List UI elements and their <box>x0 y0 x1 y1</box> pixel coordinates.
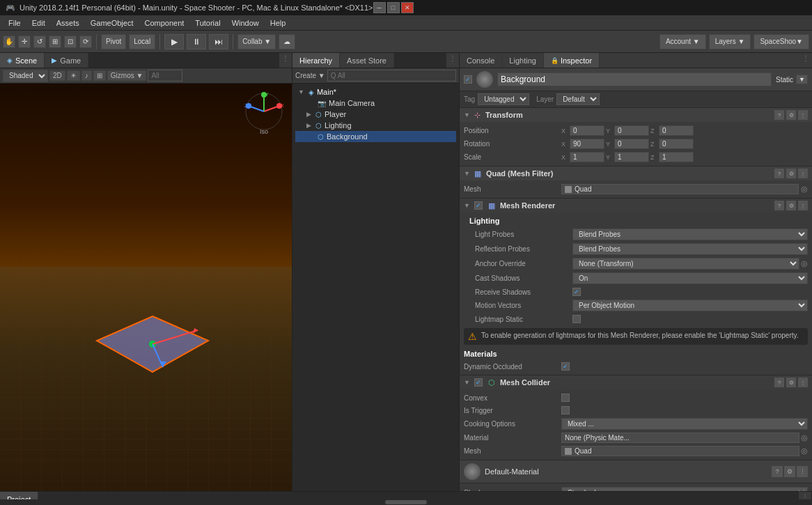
menu-edit[interactable]: Edit <box>26 17 51 29</box>
scale-x-input[interactable] <box>570 152 604 162</box>
2d-button[interactable]: 2D <box>49 70 65 81</box>
collab-button[interactable]: Collab ▼ <box>237 34 276 49</box>
object-enable-checkbox[interactable] <box>464 75 472 84</box>
meshrenderer-settings-icon[interactable]: ⚙ <box>786 201 796 210</box>
mesh-collider-header[interactable]: ▼ ✓ ⬡ Mesh Collider ? ⚙ ⋮ <box>460 375 812 389</box>
transform-menu-icon[interactable]: ⋮ <box>798 110 808 120</box>
scale-y-input[interactable] <box>614 152 649 162</box>
gizmos-button[interactable]: Gizmos ▼ <box>107 70 147 81</box>
menu-assets[interactable]: Assets <box>51 17 85 29</box>
anchor-override-dropdown[interactable]: None (Transform) <box>572 258 799 270</box>
layer-dropdown[interactable]: Default <box>556 93 600 105</box>
meshrenderer-ref-icon[interactable]: ? <box>774 201 784 210</box>
tab-game[interactable]: ▶ Game <box>45 53 88 68</box>
collider-material-btn[interactable]: ◎ <box>801 433 808 442</box>
account-button[interactable]: Account ▼ <box>659 34 706 49</box>
material-ref-btn[interactable]: ? <box>772 466 783 477</box>
menu-file[interactable]: File <box>3 17 26 29</box>
tag-dropdown[interactable]: Untagged <box>478 93 529 105</box>
transform-header[interactable]: ▼ ⊹ Transform ? ⚙ ⋮ <box>460 108 812 122</box>
pos-y-input[interactable] <box>614 125 649 136</box>
dynamic-occluded-checkbox[interactable] <box>561 362 570 371</box>
scene-search-input[interactable] <box>148 70 182 81</box>
cloud-button[interactable]: ☁ <box>279 34 295 49</box>
tab-hierarchy[interactable]: Hierarchy <box>292 53 340 68</box>
tab-asset-store[interactable]: Asset Store <box>340 53 394 68</box>
layout-button[interactable]: SpaceShoo▼ <box>754 34 809 49</box>
effects-button[interactable]: ⊞ <box>93 70 106 81</box>
mesh-circle-btn[interactable]: ◎ <box>801 185 808 194</box>
meshfilter-menu-icon[interactable]: ⋮ <box>798 169 808 178</box>
motion-vectors-dropdown[interactable]: Per Object Motion <box>572 300 808 311</box>
mesh-filter-header[interactable]: ▼ ▦ Quad (Mesh Filter) ? ⚙ ⋮ <box>460 166 812 180</box>
rotate-tool[interactable]: ↺ <box>33 36 46 48</box>
hierarchy-item-camera[interactable]: 📷 Main Camera <box>295 98 456 109</box>
play-button[interactable]: ▶ <box>164 34 184 49</box>
reflection-probes-dropdown[interactable]: Blend Probes <box>572 243 808 255</box>
hand-tool[interactable]: ✋ <box>3 36 15 48</box>
meshcollider-menu-icon[interactable]: ⋮ <box>798 378 808 387</box>
material-menu-btn[interactable]: ⋮ <box>797 466 808 477</box>
collider-mesh-btn[interactable]: ◎ <box>801 446 808 456</box>
anchor-circle-btn[interactable]: ◎ <box>801 259 808 268</box>
pause-button[interactable]: ⏸ <box>187 34 206 49</box>
meshfilter-ref-icon[interactable]: ? <box>774 169 784 178</box>
minimize-button[interactable]: ─ <box>373 2 386 13</box>
hierarchy-item-main[interactable]: ▼ ◈ Main* <box>295 86 456 98</box>
material-settings-btn[interactable]: ⚙ <box>784 466 795 477</box>
is-trigger-checkbox[interactable] <box>561 406 570 414</box>
menu-tutorial[interactable]: Tutorial <box>189 17 226 29</box>
shader-dropdown[interactable]: Standard <box>561 487 808 491</box>
static-dropdown[interactable]: ▼ <box>796 75 808 84</box>
hierarchy-item-player[interactable]: ▶ ⬡ Player <box>295 109 456 120</box>
tab-console[interactable]: Console <box>460 53 502 68</box>
menu-help[interactable]: Help <box>265 17 292 29</box>
cooking-options-dropdown[interactable]: Mixed ... <box>561 418 808 430</box>
lightmap-static-checkbox[interactable] <box>572 315 581 323</box>
create-dropdown[interactable]: Create ▼ <box>295 72 325 79</box>
tab-inspector[interactable]: 🔒 Inspector <box>544 53 600 68</box>
lighting-button[interactable]: ☀ <box>67 70 80 81</box>
audio-button[interactable]: ♪ <box>81 70 92 81</box>
rot-y-input[interactable] <box>614 139 649 149</box>
mesh-renderer-header[interactable]: ▼ ✓ ▦ Mesh Renderer ? ⚙ ⋮ <box>460 199 812 212</box>
hierarchy-item-background[interactable]: ⬡ Background <box>295 131 456 142</box>
local-button[interactable]: Local <box>129 34 155 49</box>
step-button[interactable]: ⏭ <box>209 34 228 49</box>
pivot-button[interactable]: Pivot <box>101 34 126 49</box>
meshrenderer-menu-icon[interactable]: ⋮ <box>798 201 808 210</box>
receive-shadows-checkbox[interactable] <box>572 288 581 296</box>
rot-z-input[interactable] <box>659 139 694 149</box>
rot-x-input[interactable] <box>570 139 604 149</box>
menu-gameobject[interactable]: GameObject <box>85 17 139 29</box>
object-name-field[interactable] <box>497 72 772 86</box>
scale-z-input[interactable] <box>659 152 694 162</box>
close-button[interactable]: ✕ <box>401 2 414 13</box>
tab-scene[interactable]: ◈ Scene <box>0 53 45 68</box>
menu-component[interactable]: Component <box>139 17 189 29</box>
inspector-options[interactable]: ⋮ <box>799 53 812 68</box>
scale-tool[interactable]: ⊞ <box>49 36 61 48</box>
scene-panel-options[interactable]: ⋮ <box>279 53 292 68</box>
maximize-button[interactable]: □ <box>387 2 400 13</box>
layers-button[interactable]: Layers ▼ <box>709 34 751 49</box>
rect-tool[interactable]: ⊡ <box>64 36 77 48</box>
meshcollider-settings-icon[interactable]: ⚙ <box>786 378 796 387</box>
move-tool[interactable]: ✛ <box>18 36 31 48</box>
pos-z-input[interactable] <box>659 125 694 136</box>
meshcollider-ref-icon[interactable]: ? <box>774 378 784 387</box>
hierarchy-options[interactable]: ⋮ <box>446 53 459 68</box>
shaded-dropdown[interactable]: Shaded <box>3 70 48 82</box>
hierarchy-search[interactable] <box>327 70 456 81</box>
meshfilter-settings-icon[interactable]: ⚙ <box>786 169 796 178</box>
tab-lighting[interactable]: Lighting <box>502 53 544 68</box>
convex-checkbox[interactable] <box>561 394 570 402</box>
transform-settings-icon[interactable]: ⚙ <box>786 110 796 120</box>
menu-window[interactable]: Window <box>226 17 265 29</box>
cast-shadows-dropdown[interactable]: On <box>572 272 808 284</box>
pos-x-input[interactable] <box>570 125 604 136</box>
transform-ref-icon[interactable]: ? <box>774 110 784 120</box>
light-probes-dropdown[interactable]: Blend Probes <box>572 228 808 240</box>
mesh-renderer-enable[interactable]: ✓ <box>474 201 483 210</box>
mesh-collider-enable[interactable]: ✓ <box>474 378 483 387</box>
